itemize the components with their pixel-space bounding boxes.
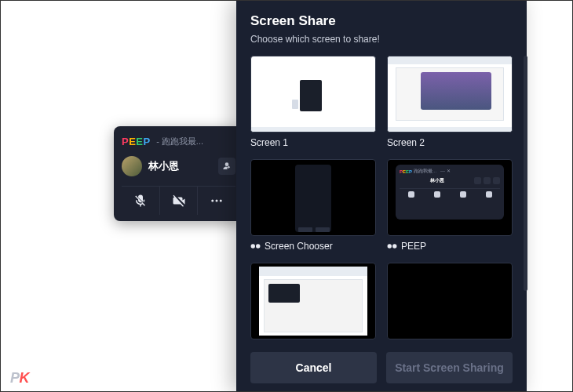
svg-point-2 bbox=[220, 200, 222, 202]
thumbnail bbox=[250, 263, 376, 339]
add-user-button[interactable] bbox=[218, 158, 235, 175]
source-label: Screen 2 bbox=[387, 137, 513, 148]
dialog-subtitle: Choose which screen to share! bbox=[250, 34, 513, 45]
add-user-icon bbox=[221, 161, 232, 172]
thumbnail: PEEP 跑跑我最... ⋯ ✕ 林小恩 bbox=[387, 159, 513, 236]
camera-off-icon bbox=[172, 194, 186, 208]
source-label: PEEP bbox=[387, 241, 513, 252]
call-user-row: 林小恩 bbox=[122, 156, 235, 176]
more-icon bbox=[210, 194, 224, 208]
dialog-footer: Cancel Start Screen Sharing bbox=[250, 343, 513, 383]
scrollbar[interactable] bbox=[524, 56, 527, 291]
source-label: Screen Chooser bbox=[250, 241, 376, 252]
app-icon bbox=[250, 242, 261, 250]
source-word-doc[interactable] bbox=[250, 263, 376, 343]
call-header: PEEP - 跑跑我最... bbox=[122, 134, 235, 148]
svg-point-3 bbox=[251, 244, 255, 248]
thumbnail bbox=[250, 159, 376, 236]
avatar bbox=[122, 156, 142, 176]
mic-off-icon bbox=[133, 194, 148, 208]
source-label: Screen 1 bbox=[250, 137, 376, 148]
dialog-title: Screen Share bbox=[250, 13, 513, 29]
camera-off-button[interactable] bbox=[159, 187, 198, 215]
source-screen-1[interactable]: Screen 1 bbox=[250, 56, 376, 148]
app-icon bbox=[387, 242, 397, 250]
source-grid: Screen 1 Screen 2 Screen Chooser PE bbox=[250, 56, 513, 343]
peep-logo: PEEP bbox=[122, 136, 151, 147]
svg-point-0 bbox=[211, 200, 214, 202]
source-blank[interactable] bbox=[387, 263, 513, 343]
svg-point-6 bbox=[392, 244, 396, 248]
svg-point-5 bbox=[388, 244, 392, 248]
mic-mute-button[interactable] bbox=[122, 187, 159, 215]
svg-point-4 bbox=[256, 244, 260, 248]
source-peep[interactable]: PEEP 跑跑我最... ⋯ ✕ 林小恩 PEEP bbox=[387, 159, 513, 252]
user-name: 林小恩 bbox=[148, 159, 212, 173]
more-button[interactable] bbox=[197, 187, 235, 215]
watermark: PK bbox=[10, 370, 29, 387]
call-room-title: - 跑跑我最... bbox=[156, 136, 203, 147]
thumbnail bbox=[387, 263, 513, 339]
start-sharing-button[interactable]: Start Screen Sharing bbox=[386, 352, 513, 383]
cancel-button[interactable]: Cancel bbox=[250, 352, 377, 383]
call-controls bbox=[122, 186, 235, 215]
screen-share-dialog: Screen Share Choose which screen to shar… bbox=[236, 1, 527, 392]
thumbnail bbox=[387, 56, 513, 132]
source-screen-2[interactable]: Screen 2 bbox=[387, 56, 513, 148]
thumbnail bbox=[250, 56, 376, 132]
call-widget: PEEP - 跑跑我最... 林小恩 bbox=[114, 126, 243, 221]
svg-point-1 bbox=[216, 200, 218, 202]
source-screen-chooser[interactable]: Screen Chooser bbox=[250, 159, 376, 252]
